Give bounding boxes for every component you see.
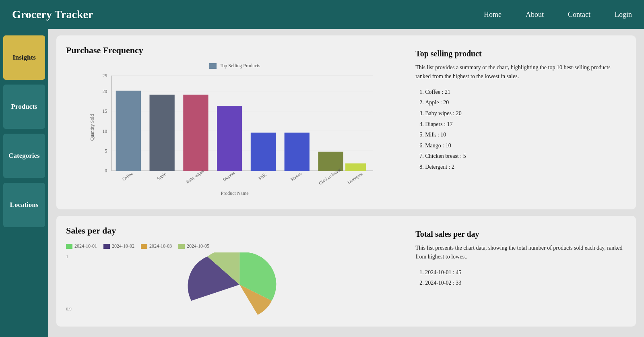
list-item: Milk : 10 [425,130,626,141]
pie-legend: 2024-10-01 2024-10-02 2024-10-03 2024-10… [66,243,403,249]
sidebar-item-insights[interactable]: Insights [3,35,45,80]
legend-label-2: 2024-10-03 [149,243,172,249]
bar-chart-svg: 0 5 10 15 20 25 Quantity Sold Coffee [66,71,403,188]
svg-text:Detergent: Detergent [347,171,363,185]
top-selling-desc: This list provides a summary of the char… [415,63,626,81]
svg-text:15: 15 [102,108,107,114]
sales-per-day-card: Sales per day 2024-10-01 2024-10-02 2024… [56,216,636,327]
list-item: Coffee : 21 [425,87,626,98]
list-item: Diapers : 17 [425,119,626,130]
svg-text:Quantity Sold: Quantity Sold [89,114,95,141]
bar-milk [251,133,276,171]
purchase-frequency-title: Purchase Frequency [66,45,403,56]
list-item: Apple : 20 [425,97,626,108]
svg-text:Apple: Apple [155,171,167,181]
svg-text:10: 10 [102,128,107,134]
top-selling-list: Coffee : 21 Apple : 20 Baby wipes : 20 D… [415,87,626,173]
svg-text:5: 5 [105,148,107,154]
legend-color-0 [66,244,72,249]
bar-babywipes [183,95,208,171]
legend-label-3: 2024-10-05 [187,243,209,249]
main-layout: Insights Products Categories Locations P… [0,29,644,337]
sales-per-day-title: Sales per day [66,225,403,236]
main-nav: Home About Contact Login [484,10,632,19]
legend-item-0: 2024-10-01 [66,243,97,249]
legend-color-2 [141,244,147,249]
main-content: Purchase Frequency Top Selling Products [48,29,644,337]
list-item: Detergent : 2 [425,162,626,173]
total-sales-desc: This list presents the chart data, showi… [415,244,626,262]
sidebar-item-categories[interactable]: Categories [3,134,45,178]
legend-item-3: 2024-10-05 [178,243,209,249]
legend-color-3 [178,244,185,249]
svg-text:Diapers: Diapers [222,170,235,182]
total-sales-list: 2024-10-01 : 45 2024-10-02 : 33 [415,267,626,289]
bar-diapers [217,106,242,171]
list-item: Baby wipes : 20 [425,108,626,119]
legend-label: Top Selling Products [220,63,260,69]
header: Grocery Tracker Home About Contact Login [0,0,644,29]
bar-mango [285,133,310,171]
svg-text:Coffee: Coffee [121,171,134,182]
app-title: Grocery Tracker [12,8,484,21]
sidebar-item-locations[interactable]: Locations [3,183,45,227]
total-sales-title: Total sales per day [415,229,626,239]
pie-svg [76,252,403,317]
sidebar: Insights Products Categories Locations [0,29,48,337]
top-selling-title: Top selling product [415,49,626,58]
legend-label-1: 2024-10-02 [112,243,134,249]
svg-text:0: 0 [105,168,107,174]
nav-about[interactable]: About [526,10,544,19]
list-item: 2024-10-01 : 45 [425,267,626,278]
bar-chart-legend: Top Selling Products [66,63,403,69]
legend-color [209,63,217,69]
svg-text:Milk: Milk [258,172,268,181]
pie-chart-section: Sales per day 2024-10-01 2024-10-02 2024… [66,225,403,317]
svg-text:Mango: Mango [290,171,303,182]
sidebar-item-products[interactable]: Products [3,85,45,129]
nav-contact[interactable]: Contact [568,10,590,19]
list-item: 2024-10-02 : 33 [425,278,626,289]
legend-item-1: 2024-10-02 [103,243,134,249]
x-axis-label: Product Name [66,190,403,196]
legend-color-1 [103,244,110,249]
bar-coffee [116,91,141,171]
list-item: Chicken breast : 5 [425,151,626,162]
purchase-frequency-card: Purchase Frequency Top Selling Products [56,35,636,209]
legend-item-2: 2024-10-03 [141,243,172,249]
y-label-09: 0.9 [66,306,72,311]
nav-login[interactable]: Login [615,10,632,19]
bar-chart-section: Purchase Frequency Top Selling Products [66,45,403,200]
total-sales-info: Total sales per day This list presents t… [415,225,626,317]
bar-detergent [345,163,366,171]
bar-apple [149,95,174,171]
pie-chart [76,252,403,317]
legend-label-0: 2024-10-01 [74,243,97,249]
bar-chart-container: Top Selling Products 0 [66,63,403,200]
svg-text:25: 25 [102,73,107,79]
svg-text:20: 20 [102,89,107,94]
nav-home[interactable]: Home [484,10,502,19]
y-label-1: 1 [66,254,72,259]
list-item: Mango : 10 [425,141,626,151]
top-selling-info: Top selling product This list provides a… [415,45,626,200]
